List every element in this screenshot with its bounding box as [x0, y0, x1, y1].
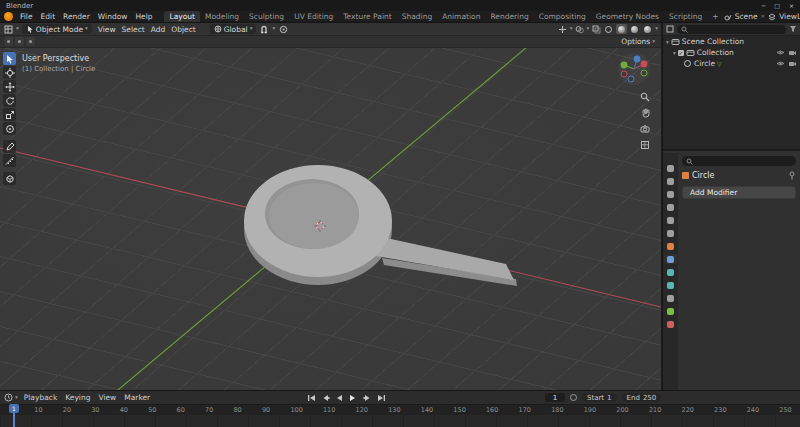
snap-chevron-icon[interactable]: ▾	[272, 26, 275, 32]
workspace-tab[interactable]: Rendering	[485, 11, 533, 22]
workspace-tab[interactable]: Sculpting	[244, 11, 289, 22]
modifiers-properties-tab[interactable]	[664, 254, 677, 264]
next-keyframe-button[interactable]	[362, 393, 372, 402]
workspace-tab[interactable]: Geometry Nodes	[591, 11, 664, 22]
workspace-tab[interactable]: +	[707, 11, 723, 22]
viewport-menu-item[interactable]: Select	[119, 25, 148, 34]
viewport-menu-item[interactable]: Add	[148, 25, 169, 34]
proportional-editing-icon[interactable]	[278, 24, 288, 34]
overlays-chevron-icon[interactable]: ▾	[586, 26, 589, 32]
menu-item[interactable]: Edit	[37, 12, 60, 21]
timeline-menu-item[interactable]: Marker	[120, 393, 154, 402]
shading-material-button[interactable]	[629, 24, 640, 34]
maximize-button[interactable]: □	[774, 2, 780, 9]
timeline-menu-item[interactable]: Playback	[20, 393, 61, 402]
scene-selector[interactable]: Scene	[735, 12, 758, 21]
timeline-editor-icon[interactable]	[4, 393, 13, 402]
timeline-menu-item[interactable]: View	[94, 393, 120, 402]
jump-to-end-button[interactable]	[376, 393, 386, 402]
viewport-menu-item[interactable]: View	[95, 25, 119, 34]
shading-rendered-button[interactable]	[642, 24, 653, 34]
snap-magnet-icon[interactable]	[259, 24, 269, 34]
outliner-search-input[interactable]	[677, 25, 786, 34]
filter-icon[interactable]	[789, 25, 797, 33]
tool-properties-tab[interactable]	[664, 163, 677, 173]
minimize-button[interactable]: ─	[762, 2, 766, 9]
timeline-ruler[interactable]: 0102030405060708090100110120130140150160…	[0, 404, 800, 415]
workspace-tab[interactable]: Scripting	[664, 11, 707, 22]
hide-eye-icon[interactable]	[776, 60, 785, 67]
pin-icon[interactable]	[788, 171, 796, 180]
frame-end-field[interactable]: End 250	[622, 393, 662, 402]
disclosure-icon[interactable]: ▾	[673, 50, 676, 56]
pan-hand-icon[interactable]	[640, 108, 650, 118]
blender-logo-icon[interactable]	[4, 12, 13, 21]
current-frame-field[interactable]: 1	[545, 393, 565, 402]
navigation-gizmo[interactable]	[617, 52, 651, 86]
timeline-track[interactable]	[0, 415, 800, 427]
workspace-tab[interactable]: Shading	[397, 11, 437, 22]
viewport-canvas[interactable]: User Perspective (1) Collection | Circle	[0, 48, 661, 390]
workspace-tab[interactable]: Modeling	[200, 11, 244, 22]
timeline-editor-chevron-icon[interactable]: ▾	[15, 395, 18, 401]
scene-properties-tab[interactable]	[664, 215, 677, 225]
shading-chevron-icon[interactable]: ▾	[655, 26, 658, 32]
editor-type-chevron-icon[interactable]: ▾	[16, 26, 19, 32]
camera-view-icon[interactable]	[640, 124, 650, 134]
outliner-editor-icon[interactable]	[666, 25, 674, 33]
tweak-tool-icon[interactable]	[4, 37, 13, 46]
tool-settings-toggle-icon[interactable]	[15, 37, 24, 46]
physics-properties-tab[interactable]	[664, 280, 677, 290]
zoom-icon[interactable]	[640, 92, 650, 102]
jump-to-start-button[interactable]	[306, 393, 316, 402]
mesh-object-circle[interactable]	[244, 165, 517, 286]
overlays-icon[interactable]	[574, 24, 584, 34]
auto-keying-icon[interactable]	[570, 394, 577, 401]
hide-eye-icon[interactable]	[776, 49, 785, 56]
cursor-tool-button[interactable]	[3, 66, 16, 79]
scale-tool-button[interactable]	[3, 108, 16, 121]
viewport-menu-item[interactable]: Object	[168, 25, 198, 34]
outliner-row-collection[interactable]: ▾ ✓ Collection	[663, 47, 800, 58]
menu-item[interactable]: Help	[131, 12, 156, 21]
menu-item[interactable]: Window	[94, 12, 132, 21]
move-tool-button[interactable]	[3, 80, 16, 93]
close-button[interactable]: ×	[789, 2, 794, 9]
transform-orientation-selector[interactable]: Global ▾	[210, 24, 257, 34]
material-properties-tab[interactable]	[664, 319, 677, 329]
workspace-tab[interactable]: UV Editing	[289, 11, 338, 22]
play-button[interactable]	[348, 393, 358, 402]
disclosure-icon[interactable]: ▾	[666, 39, 669, 45]
object-data-properties-tab[interactable]	[664, 306, 677, 316]
xray-toggle-icon[interactable]	[591, 24, 601, 34]
render-properties-tab[interactable]	[664, 176, 677, 186]
menu-item[interactable]: Render	[59, 12, 94, 21]
scene-unlink-icon[interactable]: ×	[761, 14, 766, 20]
annotate-tool-button[interactable]	[3, 140, 16, 153]
render-camera-icon[interactable]	[788, 49, 797, 56]
frame-start-field[interactable]: Start 1	[582, 393, 617, 402]
constraints-properties-tab[interactable]	[664, 293, 677, 303]
add-cube-tool-button[interactable]	[3, 172, 16, 185]
editor-type-icon[interactable]	[3, 24, 13, 34]
world-properties-tab[interactable]	[664, 228, 677, 238]
add-modifier-button[interactable]: Add Modifier	[682, 186, 796, 199]
output-properties-tab[interactable]	[664, 189, 677, 199]
shading-wireframe-button[interactable]	[603, 24, 614, 34]
menu-item[interactable]: File	[16, 12, 37, 21]
measure-tool-button[interactable]	[3, 154, 16, 167]
workspace-tab[interactable]: Layout	[164, 11, 200, 22]
shading-solid-button[interactable]	[616, 24, 627, 34]
mode-selector[interactable]: Object Mode ▾	[22, 24, 92, 34]
prev-keyframe-button[interactable]	[320, 393, 330, 402]
playhead-frame-badge[interactable]: 1	[9, 404, 19, 413]
play-reverse-button[interactable]	[334, 393, 344, 402]
render-camera-icon[interactable]	[788, 60, 797, 67]
gizmo-chevron-icon[interactable]: ▾	[570, 26, 573, 32]
show-gizmo-icon[interactable]	[558, 24, 568, 34]
rotate-tool-button[interactable]	[3, 94, 16, 107]
viewlayer-selector[interactable]: ViewLayer	[779, 12, 800, 21]
object-properties-tab[interactable]	[664, 241, 677, 251]
tool-settings-toggle-icon[interactable]	[26, 37, 35, 46]
outliner-row-scene-collection[interactable]: ▾ Scene Collection	[663, 36, 800, 47]
